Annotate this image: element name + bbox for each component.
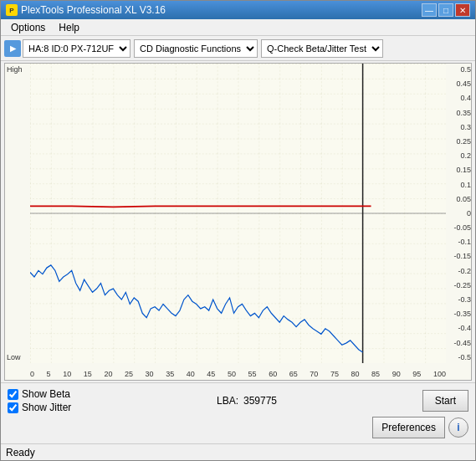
main-window: P PlexTools Professional XL V3.16 — □ ✕ … [0,0,476,461]
chart-area: High Low 0.5 0.45 0.4 0.35 0.3 0.25 0.2 … [1,61,475,382]
lba-label: LBA: [217,395,238,407]
show-beta-row: Show Beta [8,388,71,400]
toolbar: ▶ HA:8 ID:0 PX-712UF CD Diagnostic Funct… [1,36,475,61]
x-axis-labels: 0 5 10 15 20 25 30 35 40 45 50 55 60 65 … [30,370,446,378]
low-label: Low [7,353,21,361]
show-jitter-checkbox[interactable] [8,402,18,413]
title-bar: P PlexTools Professional XL V3.16 — □ ✕ [1,1,475,19]
test-dropdown[interactable]: Q-Check Beta/Jitter Test [261,39,383,58]
device-dropdown[interactable]: HA:8 ID:0 PX-712UF [23,39,131,58]
chart-container: High Low 0.5 0.45 0.4 0.35 0.3 0.25 0.2 … [4,63,472,381]
bottom-panel: Show Beta Show Jitter LBA: 359775 Start … [1,382,475,443]
bottom-row1: Show Beta Show Jitter LBA: 359775 Start [8,388,468,413]
menu-help[interactable]: Help [52,20,86,35]
minimize-button[interactable]: — [422,3,437,17]
lba-value: 359775 [243,395,277,407]
chart-svg [30,64,446,363]
chart-svg-container [30,64,446,363]
app-icon: P [6,4,18,16]
start-button[interactable]: Start [422,390,468,412]
show-beta-label: Show Beta [22,388,70,400]
y-axis-right: 0.5 0.45 0.4 0.35 0.3 0.25 0.2 0.15 0.1 … [446,64,471,363]
high-label: High [7,65,23,74]
title-bar-left: P PlexTools Professional XL V3.16 [6,4,166,16]
preferences-button[interactable]: Preferences [372,417,445,438]
right-buttons: Start [422,390,468,412]
info-button[interactable]: i [448,417,468,438]
function-dropdown[interactable]: CD Diagnostic Functions [134,39,258,58]
bottom-row2: Preferences i [8,417,468,438]
show-jitter-row: Show Jitter [8,402,71,413]
maximize-button[interactable]: □ [438,3,453,17]
status-text: Ready [6,447,35,458]
drive-icon: ▶ [4,40,21,57]
status-bar: Ready [1,443,475,460]
menu-options[interactable]: Options [4,20,52,35]
prefs-area: Preferences i [372,417,468,438]
show-jitter-label: Show Jitter [22,402,71,413]
title-controls: — □ ✕ [422,3,470,17]
checkboxes: Show Beta Show Jitter [8,388,71,413]
show-beta-checkbox[interactable] [8,389,18,400]
close-button[interactable]: ✕ [455,3,470,17]
window-title: PlexTools Professional XL V3.16 [21,4,166,16]
menu-bar: Options Help [1,19,475,36]
lba-area: LBA: 359775 [217,395,277,407]
device-selector: ▶ HA:8 ID:0 PX-712UF [4,39,131,58]
